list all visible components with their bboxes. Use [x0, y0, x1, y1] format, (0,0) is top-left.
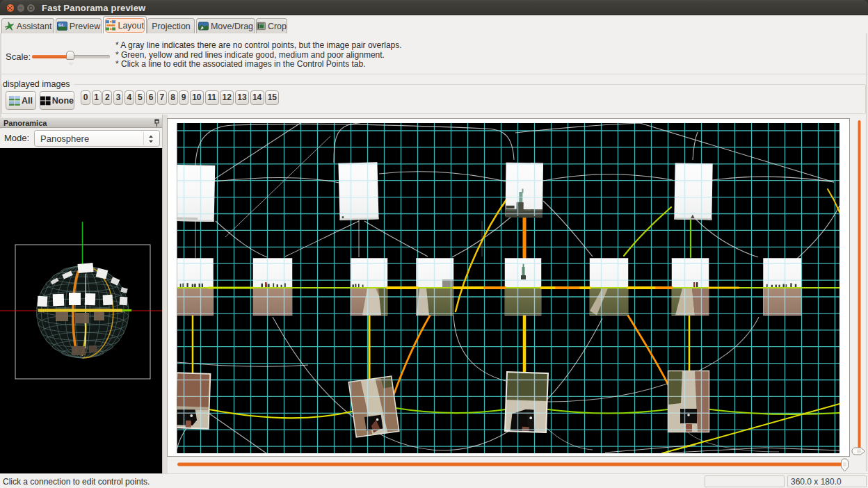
svg-text:GL: GL — [58, 23, 65, 27]
